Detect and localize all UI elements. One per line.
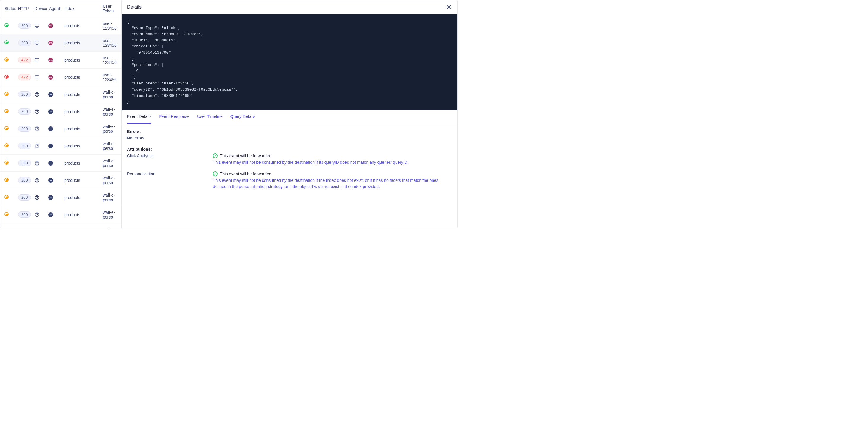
- close-button[interactable]: [445, 4, 452, 10]
- unknown-device-icon: [34, 143, 40, 149]
- attribution-note: This event may still not be consumed by …: [213, 159, 452, 166]
- attribution-row: Click Analytics✓This event will be forwa…: [127, 153, 452, 166]
- status-indicator-icon: [4, 212, 8, 216]
- index-cell: products: [61, 23, 103, 28]
- table-row[interactable]: 200•••productswall-e-perso: [0, 103, 121, 120]
- check-circle-icon: ✓: [213, 172, 218, 176]
- table-row[interactable]: 422cURLproductsuser-123456: [0, 52, 121, 69]
- agent-unknown-icon: •••: [48, 178, 53, 183]
- table-row[interactable]: 422cURLproductsuser-123456: [0, 69, 121, 86]
- svg-point-17: [37, 130, 37, 130]
- table-row[interactable]: 200•••productswall-e-perso: [0, 86, 121, 103]
- http-badge: 200: [18, 194, 31, 201]
- attribution-status: This event will be forwarded: [220, 172, 272, 176]
- table-row[interactable]: 200•••productswall-e-perso: [0, 120, 121, 138]
- status-indicator-icon: [4, 40, 8, 45]
- svg-rect-6: [35, 58, 39, 61]
- index-cell: products: [61, 178, 103, 183]
- index-cell: products: [61, 212, 103, 217]
- status-indicator-icon: [4, 126, 8, 130]
- details-title: Details: [127, 4, 142, 10]
- agent-unknown-icon: •••: [48, 212, 53, 217]
- unknown-device-icon: [34, 109, 40, 115]
- index-cell: products: [61, 126, 103, 131]
- token-cell: wall-e-perso: [103, 158, 117, 168]
- close-icon: [447, 5, 451, 9]
- table-row[interactable]: 200•••productswall-e-perso: [0, 172, 121, 189]
- http-badge: 200: [18, 108, 31, 115]
- table-row[interactable]: 200•••productswall-e-perso: [0, 206, 121, 223]
- status-indicator-icon: [4, 57, 8, 62]
- status-indicator-icon: [4, 178, 8, 182]
- desktop-icon: [34, 23, 40, 29]
- index-cell: products: [61, 195, 103, 200]
- token-cell: wall-e-perso: [103, 107, 117, 116]
- svg-point-27: [37, 215, 37, 216]
- table-row[interactable]: 200•••productswall-e-perso: [0, 154, 121, 172]
- tab-query-details[interactable]: Query Details: [230, 110, 255, 123]
- status-indicator-icon: [4, 23, 8, 27]
- tab-event-response[interactable]: Event Response: [159, 110, 189, 123]
- token-cell: user-123456: [103, 55, 117, 65]
- table-row[interactable]: 200•••productswall-e-perso: [0, 189, 121, 206]
- svg-rect-3: [35, 41, 39, 44]
- token-cell: wall-e-perso: [103, 227, 117, 228]
- details-tabs: Event DetailsEvent ResponseUser Timeline…: [122, 110, 457, 124]
- token-cell: user-123456: [103, 38, 117, 48]
- details-header: Details: [122, 0, 457, 14]
- col-header-http: HTTP: [18, 6, 34, 11]
- status-indicator-icon: [4, 195, 8, 199]
- attribution-row: Personalization✓This event will be forwa…: [127, 172, 452, 190]
- table-row[interactable]: 200•••productswall-e-perso: [0, 138, 121, 154]
- unknown-device-icon: [34, 212, 40, 218]
- events-table-panel: Status HTTP Device Agent Index User Toke…: [0, 0, 122, 228]
- http-badge: 200: [18, 211, 31, 218]
- tab-user-timeline[interactable]: User Timeline: [197, 110, 223, 123]
- http-badge: 200: [18, 177, 31, 183]
- token-cell: wall-e-perso: [103, 176, 117, 185]
- errors-label: Errors:: [127, 129, 452, 134]
- http-badge: 200: [18, 91, 31, 97]
- index-cell: products: [61, 75, 103, 80]
- unknown-device-icon: [34, 160, 40, 166]
- unknown-device-icon: [34, 126, 40, 132]
- table-row[interactable]: 200•••productswall-e-perso: [0, 223, 121, 228]
- col-header-token: User Token: [103, 4, 117, 13]
- svg-point-13: [37, 95, 37, 96]
- unknown-device-icon: [34, 91, 40, 97]
- table-row[interactable]: 200cURLproductsuser-123456: [0, 17, 121, 34]
- status-indicator-icon: [4, 92, 8, 96]
- agent-unknown-icon: •••: [48, 144, 53, 148]
- attribution-name: Personalization: [127, 172, 207, 190]
- agent-curl-icon: cURL: [48, 23, 53, 28]
- agent-unknown-icon: •••: [48, 92, 53, 97]
- table-row[interactable]: 200cURLproductsuser-123456: [0, 34, 121, 52]
- event-json: { "eventType": "click", "eventName": "Pr…: [122, 14, 457, 110]
- agent-unknown-icon: •••: [48, 195, 53, 200]
- table-rows: 200cURLproductsuser-123456200cURLproduct…: [0, 17, 121, 228]
- index-cell: products: [61, 161, 103, 166]
- agent-curl-icon: cURL: [48, 75, 53, 80]
- agent-unknown-icon: •••: [48, 109, 53, 114]
- http-badge: 422: [18, 74, 31, 80]
- agent-curl-icon: cURL: [48, 58, 53, 62]
- attributions-label: Attributions:: [127, 147, 452, 152]
- index-cell: products: [61, 58, 103, 62]
- attribution-status: This event will be forwarded: [220, 153, 272, 158]
- index-cell: products: [61, 40, 103, 45]
- http-badge: 422: [18, 57, 31, 63]
- errors-text: No errors: [127, 136, 452, 140]
- details-panel: Details { "eventType": "click", "eventNa…: [122, 0, 457, 228]
- http-badge: 200: [18, 143, 31, 149]
- unknown-device-icon: [34, 177, 40, 183]
- tab-event-details[interactable]: Event Details: [127, 110, 151, 124]
- token-cell: user-123456: [103, 73, 117, 82]
- index-cell: products: [61, 109, 103, 114]
- desktop-icon: [34, 57, 40, 63]
- status-indicator-icon: [4, 143, 8, 147]
- agent-unknown-icon: •••: [48, 161, 53, 166]
- token-cell: wall-e-perso: [103, 90, 117, 99]
- details-body: Errors: No errors Attributions: Click An…: [122, 124, 457, 201]
- token-cell: wall-e-perso: [103, 141, 117, 151]
- http-badge: 200: [18, 23, 31, 29]
